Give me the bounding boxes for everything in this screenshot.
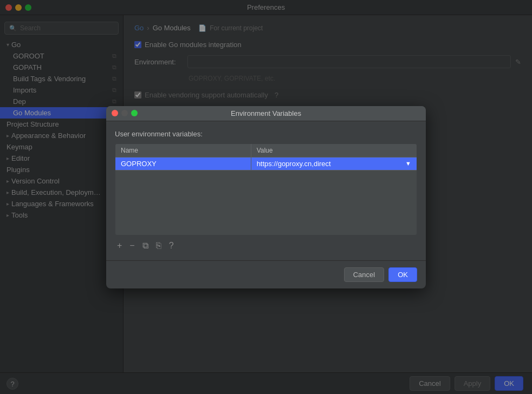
dialog-body: User environment variables: Name Value G… bbox=[106, 121, 426, 260]
table-empty-row bbox=[115, 170, 417, 235]
dialog-min-button bbox=[121, 110, 128, 116]
dialog-help-button[interactable]: ? bbox=[167, 240, 176, 252]
dialog-titlebar: Environment Variables bbox=[106, 106, 426, 121]
dialog-cancel-button[interactable]: Cancel bbox=[344, 267, 384, 282]
dialog-footer: Cancel OK bbox=[106, 260, 426, 288]
dialog-window-controls bbox=[112, 110, 138, 116]
table-header-name: Name bbox=[115, 143, 251, 157]
dialog-title: Environment Variables bbox=[231, 109, 301, 117]
remove-variable-button[interactable]: − bbox=[127, 240, 137, 252]
dialog-ok-button[interactable]: OK bbox=[388, 267, 417, 282]
value-cell: https://goproxy.cn,direct ▼ bbox=[257, 160, 411, 168]
dialog-subtitle: User environment variables: bbox=[115, 130, 417, 138]
dialog-toolbar: + − ⧉ ⎘ ? bbox=[115, 235, 417, 252]
environment-variables-dialog: Environment Variables User environment v… bbox=[106, 106, 426, 288]
dropdown-icon[interactable]: ▼ bbox=[405, 160, 411, 167]
paste-variable-button[interactable]: ⎘ bbox=[154, 240, 164, 252]
add-variable-button[interactable]: + bbox=[115, 240, 124, 252]
empty-area bbox=[115, 170, 417, 235]
table-header-value: Value bbox=[251, 143, 417, 157]
overlay: Environment Variables User environment v… bbox=[0, 0, 532, 394]
table-cell-value: https://goproxy.cn,direct ▼ bbox=[251, 157, 417, 170]
env-variables-table: Name Value GOPROXY https://goproxy.cn,di… bbox=[115, 143, 417, 235]
copy-variable-button[interactable]: ⧉ bbox=[140, 240, 151, 252]
dialog-close-button[interactable] bbox=[112, 110, 118, 116]
value-text: https://goproxy.cn,direct bbox=[257, 160, 331, 168]
table-row[interactable]: GOPROXY https://goproxy.cn,direct ▼ bbox=[115, 157, 417, 170]
dialog-max-button[interactable] bbox=[131, 110, 138, 116]
table-cell-name: GOPROXY bbox=[115, 157, 251, 170]
